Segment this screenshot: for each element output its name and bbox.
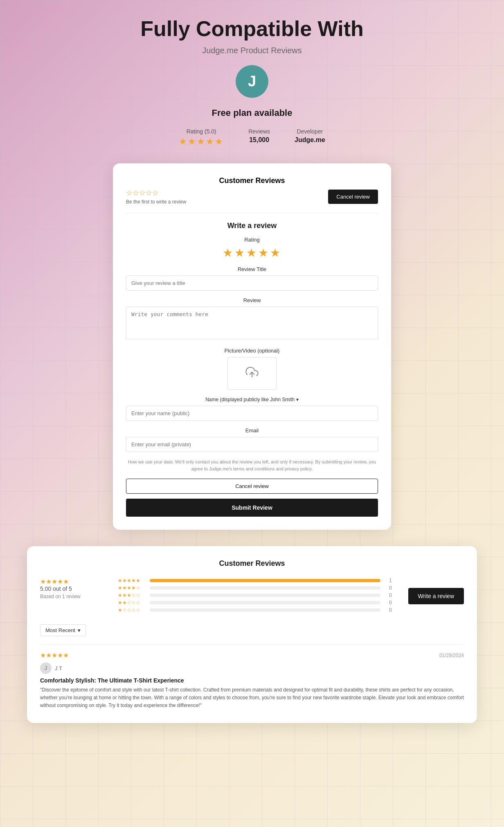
reviews-summary: ★★★★★ 5.00 out of 5 Based on 1 review ★★… <box>40 578 464 615</box>
reviews-card-title: Customer Reviews <box>40 559 464 568</box>
sort-chevron-icon: ▾ <box>78 627 81 633</box>
review-title-label: Review Title <box>126 266 378 272</box>
bar-2-track <box>150 601 380 604</box>
reviewer-avatar: J <box>40 662 52 674</box>
stat-developer-label: Developer <box>295 128 325 135</box>
media-group: Picture/Video (optional) <box>126 348 378 390</box>
page-title: Fully Compatible With <box>140 16 364 41</box>
reviewer-info: J J T <box>40 662 464 674</box>
stats-row: Rating (5.0) ★★★★★ Reviews 15,000 Develo… <box>179 128 325 147</box>
review-date: 01/29/2024 <box>439 653 464 658</box>
sort-label: Most Recent <box>45 627 75 633</box>
stat-reviews-label: Reviews <box>248 128 270 135</box>
free-plan-label: Free plan available <box>212 108 292 118</box>
upload-icon <box>245 366 259 382</box>
submit-review-button[interactable]: Submit Review <box>126 499 378 517</box>
bar-1-stars: ★☆☆☆☆ <box>118 607 146 613</box>
bar-1-track <box>150 608 380 612</box>
based-on: Based on 1 review <box>40 594 101 599</box>
bar-2-stars: ★★☆☆☆ <box>118 600 146 606</box>
email-input[interactable] <box>126 437 378 452</box>
review-title-group: Review Title <box>126 266 378 291</box>
bar-5-fill <box>150 579 380 582</box>
bar-3-track <box>150 594 380 597</box>
bar-3-stars: ★★★☆☆ <box>118 592 146 598</box>
stat-developer-value: Judge.me <box>295 136 325 144</box>
bar-5-track <box>150 579 380 582</box>
name-label: Name (displayed publicly like John Smith… <box>126 396 378 402</box>
review-form-card: Customer Reviews ☆☆☆☆☆ Be the first to w… <box>113 163 391 530</box>
avatar-letter: J <box>248 73 256 90</box>
upload-area[interactable] <box>227 357 277 390</box>
review-title: Comfortably Stylish: The Ultimate T-Shir… <box>40 677 464 684</box>
bar-row-4: ★★★★☆ 0 <box>118 585 392 591</box>
name-input[interactable] <box>126 406 378 421</box>
header-left: ☆☆☆☆☆ Be the first to write a review <box>126 188 186 205</box>
rating-label: Rating <box>126 237 378 243</box>
form-card-title: Customer Reviews <box>219 176 285 185</box>
be-first-text: Be the first to write a review <box>126 199 186 205</box>
stat-rating: Rating (5.0) ★★★★★ <box>179 128 224 147</box>
review-body: "Discover the epitome of comfort and sty… <box>40 686 464 710</box>
stat-rating-stars: ★★★★★ <box>179 136 224 147</box>
bar-4-stars: ★★★★☆ <box>118 585 146 591</box>
rating-bars: ★★★★★ 1 ★★★★☆ 0 ★★★☆☆ 0 <box>118 578 392 615</box>
review-title-input[interactable] <box>126 276 378 291</box>
stat-rating-label: Rating (5.0) <box>179 128 224 135</box>
write-review-button[interactable]: Write a review <box>408 588 464 604</box>
reviewer-avatar-text: J <box>45 665 47 671</box>
review-stars: ★★★★★ <box>40 651 69 659</box>
bar-row-3: ★★★☆☆ 0 <box>118 592 392 598</box>
rating-group: Rating ★★★★★ <box>126 237 378 260</box>
stat-developer: Developer Judge.me <box>295 128 325 147</box>
review-body-input[interactable] <box>126 307 378 339</box>
bar-2-count: 0 <box>384 600 392 606</box>
cancel-review-bottom-button[interactable]: Cancel review <box>126 479 378 494</box>
sort-dropdown[interactable]: Most Recent ▾ <box>40 624 86 636</box>
bar-row-1: ★☆☆☆☆ 0 <box>118 607 392 613</box>
reviewer-name: J T <box>55 665 62 671</box>
initial-rating-stars[interactable]: ☆☆☆☆☆ <box>126 188 186 197</box>
rating-summary: ★★★★★ 5.00 out of 5 Based on 1 review <box>40 578 101 599</box>
review-body-label: Review <box>126 297 378 303</box>
email-group: Email <box>126 427 378 452</box>
form-top-row: ☆☆☆☆☆ Be the first to write a review Can… <box>126 188 378 205</box>
page-subtitle: Judge.me Product Reviews <box>202 46 302 55</box>
review-header: ★★★★★ 01/29/2024 <box>40 651 464 659</box>
email-label: Email <box>126 427 378 434</box>
rating-stars-input[interactable]: ★★★★★ <box>126 246 378 260</box>
summary-stars: ★★★★★ <box>40 578 101 585</box>
judge-avatar: J <box>236 65 268 98</box>
form-section-title: Write a review <box>126 221 378 230</box>
bar-1-count: 0 <box>384 607 392 613</box>
media-label: Picture/Video (optional) <box>126 348 378 354</box>
cancel-review-top-button[interactable]: Cancel review <box>328 190 378 204</box>
name-group: Name (displayed publicly like John Smith… <box>126 396 378 421</box>
bar-4-count: 0 <box>384 585 392 591</box>
rating-score: 5.00 out of 5 <box>40 585 101 592</box>
reviews-display-card: Customer Reviews ★★★★★ 5.00 out of 5 Bas… <box>27 546 477 723</box>
review-body-group: Review <box>126 297 378 341</box>
bar-5-count: 1 <box>384 578 392 583</box>
bar-5-stars: ★★★★★ <box>118 578 146 583</box>
bar-row-2: ★★☆☆☆ 0 <box>118 600 392 606</box>
bar-3-count: 0 <box>384 592 392 598</box>
bar-row-5: ★★★★★ 1 <box>118 578 392 583</box>
privacy-text: How we use your data: We'll only contact… <box>126 459 378 472</box>
review-item: ★★★★★ 01/29/2024 J J T Comfortably Styli… <box>40 644 464 710</box>
stat-reviews: Reviews 15,000 <box>248 128 270 147</box>
stat-reviews-value: 15,000 <box>248 136 270 144</box>
write-review-form: Write a review Rating ★★★★★ Review Title… <box>126 221 378 517</box>
bar-4-track <box>150 586 380 590</box>
